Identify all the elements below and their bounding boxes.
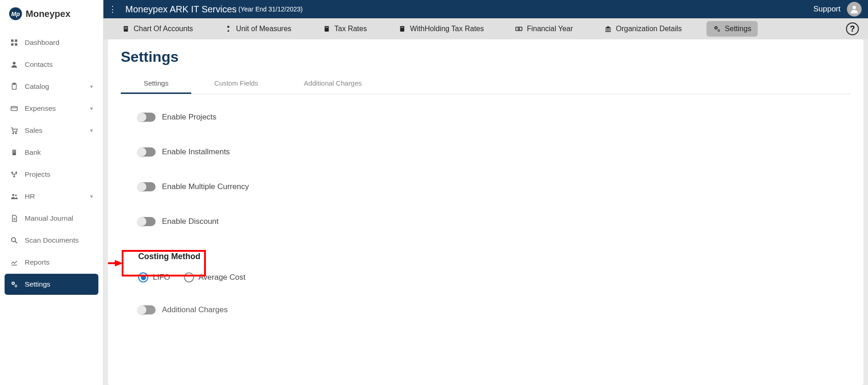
subnav-label: Chart Of Accounts xyxy=(134,25,193,33)
toggle-enable-discount[interactable] xyxy=(138,217,156,226)
svg-rect-15 xyxy=(15,152,16,153)
sidebar-item-label: Manual Journal xyxy=(25,214,73,222)
svg-point-20 xyxy=(15,195,17,196)
people-icon xyxy=(9,192,19,201)
dashboard-icon xyxy=(9,38,19,47)
subnav-financial-year[interactable]: Financial Year xyxy=(508,21,579,37)
tab-settings[interactable]: Settings xyxy=(121,74,191,94)
toggle-label: Enable Projects xyxy=(162,113,216,122)
svg-point-28 xyxy=(852,6,856,9)
svg-rect-35 xyxy=(400,26,404,32)
page-title: Settings xyxy=(121,49,851,65)
sidebar: Mp Moneypex Dashboard Contacts Cata xyxy=(0,0,103,385)
svg-point-16 xyxy=(11,172,13,174)
subnav-tax-rates[interactable]: Tax Rates xyxy=(316,21,373,37)
branch-icon xyxy=(9,170,19,179)
toggle-label: Enable Discount xyxy=(162,217,219,226)
brand-logo[interactable]: Mp Moneypex xyxy=(0,5,103,23)
subnav-label: Settings xyxy=(725,25,751,33)
svg-rect-1 xyxy=(15,39,17,42)
subnav-settings[interactable]: Settings xyxy=(706,21,758,37)
svg-marker-42 xyxy=(115,260,123,266)
sidebar-item-label: Catalog xyxy=(25,82,49,91)
sidebar-item-projects[interactable]: Projects xyxy=(5,164,98,185)
svg-point-17 xyxy=(16,172,17,174)
sidebar-item-label: Sales xyxy=(25,126,43,135)
svg-point-39 xyxy=(715,27,717,29)
sidebar-item-label: Contacts xyxy=(25,60,53,69)
subnav-label: WithHolding Tax Rates xyxy=(410,25,484,33)
sidebar-item-manual-journal[interactable]: Manual Journal xyxy=(5,208,98,229)
sidebar-item-expenses[interactable]: Expenses ▾ xyxy=(5,98,98,119)
sidebar-item-scan-documents[interactable]: Scan Documents xyxy=(5,230,98,251)
subnav-chart-of-accounts[interactable]: Chart Of Accounts xyxy=(115,21,199,37)
toggle-enable-installments[interactable] xyxy=(138,147,156,157)
sidebar-item-label: Projects xyxy=(25,170,50,179)
chevron-down-icon: ▾ xyxy=(90,105,93,112)
help-icon[interactable]: ? xyxy=(846,22,859,35)
svg-rect-0 xyxy=(11,39,13,42)
svg-rect-2 xyxy=(11,43,13,46)
annotation-arrow-icon xyxy=(108,256,124,270)
svg-rect-33 xyxy=(324,26,329,32)
toggle-additional-charges[interactable] xyxy=(138,305,156,315)
svg-rect-36 xyxy=(401,27,404,27)
menu-dots-icon[interactable]: ⋮ xyxy=(108,4,117,14)
sidebar-item-catalog[interactable]: Catalog ▾ xyxy=(5,76,98,97)
subnav-label: Organization Details xyxy=(616,25,682,33)
sidebar-item-hr[interactable]: HR ▾ xyxy=(5,186,98,207)
svg-rect-3 xyxy=(15,43,17,46)
toggle-enable-projects[interactable] xyxy=(138,113,156,122)
doc-icon xyxy=(9,214,19,222)
setting-enable-projects: Enable Projects xyxy=(138,113,851,122)
svg-rect-12 xyxy=(13,151,14,152)
org-icon xyxy=(604,25,612,33)
building-icon xyxy=(9,148,19,157)
chart-icon xyxy=(9,258,19,266)
sidebar-item-dashboard[interactable]: Dashboard xyxy=(5,32,98,53)
subnav-label: Tax Rates xyxy=(334,25,367,33)
user-icon xyxy=(9,60,19,69)
toggle-enable-multiple-currency[interactable] xyxy=(138,182,156,191)
svg-rect-6 xyxy=(13,83,16,85)
clipboard-icon xyxy=(9,82,19,91)
setting-enable-discount: Enable Discount xyxy=(138,217,851,226)
sidebar-item-reports[interactable]: Reports xyxy=(5,252,98,273)
setting-enable-installments: Enable Installments xyxy=(138,147,851,157)
sidebar-item-bank[interactable]: Bank xyxy=(5,142,98,163)
svg-line-24 xyxy=(15,241,17,243)
tab-additional-charges[interactable]: Additional Charges xyxy=(281,74,385,94)
avatar[interactable] xyxy=(847,2,862,16)
sidebar-item-sales[interactable]: Sales ▾ xyxy=(5,120,98,141)
money-icon xyxy=(515,25,523,33)
subnav-organization-details[interactable]: Organization Details xyxy=(598,21,688,37)
content-area: Settings Settings Custom Fields Addition… xyxy=(108,39,863,385)
chevron-down-icon: ▾ xyxy=(90,127,93,134)
sidebar-item-settings[interactable]: Settings xyxy=(5,274,98,295)
chevron-down-icon: ▾ xyxy=(90,83,93,90)
subnav-withholding-tax-rates[interactable]: WithHolding Tax Rates xyxy=(392,21,491,37)
svg-rect-31 xyxy=(124,28,127,29)
svg-point-38 xyxy=(518,28,520,30)
sidebar-item-label: Scan Documents xyxy=(25,236,79,244)
brand-name: Moneypex xyxy=(26,9,70,19)
sidebar-item-contacts[interactable]: Contacts xyxy=(5,54,98,75)
toggle-label: Enable Multiple Currency xyxy=(162,182,249,191)
tabs: Settings Custom Fields Additional Charge… xyxy=(121,74,851,94)
tab-custom-fields[interactable]: Custom Fields xyxy=(191,74,281,94)
setting-additional-charges: Additional Charges xyxy=(138,305,851,315)
toggle-label: Additional Charges xyxy=(162,305,228,315)
org-subtitle: (Year End 31/12/2023) xyxy=(238,5,302,13)
sidebar-item-label: Expenses xyxy=(25,104,56,113)
svg-rect-34 xyxy=(325,27,328,27)
gears-icon xyxy=(713,25,721,33)
setting-enable-multiple-currency: Enable Multiple Currency xyxy=(138,182,851,191)
svg-point-27 xyxy=(15,285,17,287)
svg-point-23 xyxy=(11,238,16,242)
svg-rect-13 xyxy=(15,151,16,152)
svg-point-18 xyxy=(13,176,15,178)
subnav-unit-of-measures[interactable]: Unit of Measures xyxy=(218,21,298,37)
card-icon xyxy=(9,104,19,113)
support-link[interactable]: Support xyxy=(813,5,841,14)
sidebar-item-label: Settings xyxy=(25,280,50,288)
